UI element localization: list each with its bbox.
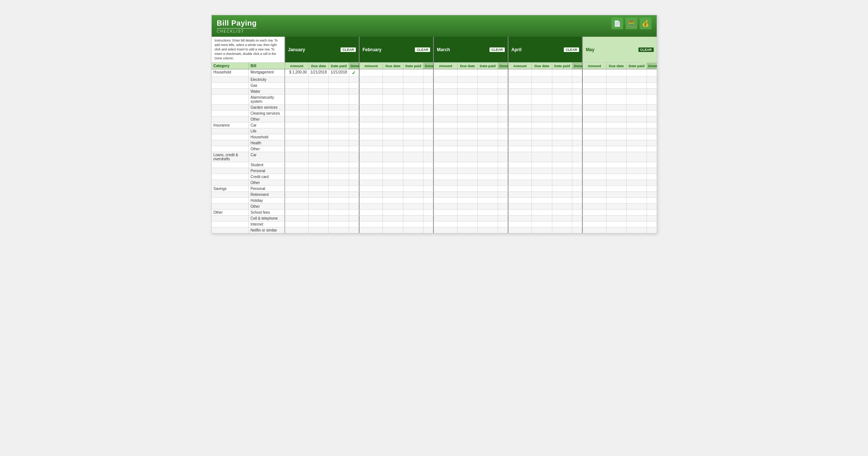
feb-done-cell[interactable] bbox=[423, 174, 433, 180]
mar-done-cell[interactable] bbox=[498, 186, 508, 191]
may-done-cell[interactable] bbox=[647, 162, 657, 168]
may-done-cell[interactable] bbox=[647, 69, 657, 76]
jan-due-cell[interactable] bbox=[309, 216, 329, 221]
apr-due-cell[interactable] bbox=[532, 146, 552, 152]
jan-amount-cell[interactable]: $ 1,200.00 bbox=[285, 69, 309, 76]
mar-due-cell[interactable] bbox=[458, 162, 478, 168]
jan-due-cell[interactable] bbox=[309, 146, 329, 152]
may-done-cell[interactable] bbox=[647, 140, 657, 146]
may-amount-cell[interactable] bbox=[583, 210, 607, 215]
jan-due-cell[interactable] bbox=[309, 134, 329, 140]
bill-cell[interactable]: Holiday bbox=[249, 198, 285, 203]
mar-paid-cell[interactable] bbox=[478, 146, 498, 152]
bill-cell[interactable]: Other bbox=[249, 180, 285, 186]
apr-paid-cell[interactable] bbox=[552, 198, 572, 203]
apr-done-cell[interactable] bbox=[572, 128, 582, 134]
category-cell[interactable] bbox=[212, 168, 249, 174]
apr-amount-cell[interactable] bbox=[508, 105, 532, 110]
clear-march-button[interactable]: CLEAR bbox=[490, 47, 505, 52]
jan-amount-cell[interactable] bbox=[285, 186, 309, 191]
may-amount-cell[interactable] bbox=[583, 128, 607, 134]
apr-paid-cell[interactable] bbox=[552, 69, 572, 76]
jan-done-cell[interactable] bbox=[349, 83, 359, 88]
jan-paid-cell[interactable] bbox=[329, 216, 349, 221]
may-amount-cell[interactable] bbox=[583, 204, 607, 209]
jan-done-cell[interactable] bbox=[349, 117, 359, 122]
mar-amount-cell[interactable] bbox=[434, 162, 458, 168]
jan-done-cell[interactable] bbox=[349, 162, 359, 168]
may-done-cell[interactable] bbox=[647, 89, 657, 94]
category-cell[interactable] bbox=[212, 134, 249, 140]
apr-amount-cell[interactable] bbox=[508, 180, 532, 186]
jan-paid-cell[interactable] bbox=[329, 134, 349, 140]
jan-amount-cell[interactable] bbox=[285, 216, 309, 221]
feb-amount-cell[interactable] bbox=[360, 89, 383, 94]
feb-done-cell[interactable] bbox=[423, 216, 433, 221]
mar-paid-cell[interactable] bbox=[478, 192, 498, 197]
may-paid-cell[interactable] bbox=[627, 146, 647, 152]
apr-amount-cell[interactable] bbox=[508, 128, 532, 134]
may-amount-cell[interactable] bbox=[583, 216, 607, 221]
jan-amount-cell[interactable] bbox=[285, 117, 309, 122]
jan-done-cell[interactable] bbox=[349, 95, 359, 104]
category-cell[interactable]: Insurance bbox=[212, 122, 249, 128]
feb-amount-cell[interactable] bbox=[360, 111, 383, 116]
mar-paid-cell[interactable] bbox=[478, 134, 498, 140]
mar-paid-cell[interactable] bbox=[478, 128, 498, 134]
mar-amount-cell[interactable] bbox=[434, 128, 458, 134]
jan-due-cell[interactable] bbox=[309, 210, 329, 215]
mar-amount-cell[interactable] bbox=[434, 89, 458, 94]
feb-due-cell[interactable] bbox=[383, 162, 403, 168]
may-paid-cell[interactable] bbox=[627, 111, 647, 116]
mar-done-cell[interactable] bbox=[498, 198, 508, 203]
feb-paid-cell[interactable] bbox=[403, 134, 423, 140]
category-cell[interactable]: Savings bbox=[212, 186, 249, 191]
feb-done-cell[interactable] bbox=[423, 77, 433, 82]
jan-amount-cell[interactable] bbox=[285, 77, 309, 82]
mar-amount-cell[interactable] bbox=[434, 69, 458, 76]
apr-amount-cell[interactable] bbox=[508, 152, 532, 162]
jan-done-cell[interactable] bbox=[349, 134, 359, 140]
jan-done-cell[interactable] bbox=[349, 174, 359, 180]
apr-done-cell[interactable] bbox=[572, 162, 582, 168]
jan-paid-cell[interactable] bbox=[329, 168, 349, 174]
may-due-cell[interactable] bbox=[607, 192, 627, 197]
jan-done-cell[interactable] bbox=[349, 146, 359, 152]
jan-done-cell[interactable] bbox=[349, 210, 359, 215]
feb-done-cell[interactable] bbox=[423, 95, 433, 104]
apr-done-cell[interactable] bbox=[572, 134, 582, 140]
feb-done-cell[interactable] bbox=[423, 122, 433, 128]
feb-paid-cell[interactable] bbox=[403, 174, 423, 180]
bill-cell[interactable]: Cell & telephone bbox=[249, 216, 285, 221]
feb-done-cell[interactable] bbox=[423, 89, 433, 94]
may-paid-cell[interactable] bbox=[627, 174, 647, 180]
mar-due-cell[interactable] bbox=[458, 152, 478, 162]
apr-due-cell[interactable] bbox=[532, 210, 552, 215]
feb-due-cell[interactable] bbox=[383, 128, 403, 134]
mar-amount-cell[interactable] bbox=[434, 77, 458, 82]
jan-due-cell[interactable] bbox=[309, 162, 329, 168]
bill-cell[interactable]: Credit card bbox=[249, 174, 285, 180]
jan-done-cell[interactable] bbox=[349, 122, 359, 128]
jan-due-cell[interactable] bbox=[309, 198, 329, 203]
mar-paid-cell[interactable] bbox=[478, 89, 498, 94]
feb-due-cell[interactable] bbox=[383, 105, 403, 110]
feb-paid-cell[interactable] bbox=[403, 95, 423, 104]
feb-done-cell[interactable] bbox=[423, 222, 433, 227]
apr-done-cell[interactable] bbox=[572, 152, 582, 162]
feb-due-cell[interactable] bbox=[383, 222, 403, 227]
apr-paid-cell[interactable] bbox=[552, 210, 572, 215]
apr-amount-cell[interactable] bbox=[508, 210, 532, 215]
feb-paid-cell[interactable] bbox=[403, 111, 423, 116]
may-due-cell[interactable] bbox=[607, 216, 627, 221]
category-cell[interactable] bbox=[212, 216, 249, 221]
apr-done-cell[interactable] bbox=[572, 146, 582, 152]
jan-due-cell[interactable] bbox=[309, 140, 329, 146]
apr-due-cell[interactable] bbox=[532, 140, 552, 146]
mar-done-cell[interactable] bbox=[498, 89, 508, 94]
may-due-cell[interactable] bbox=[607, 77, 627, 82]
apr-amount-cell[interactable] bbox=[508, 227, 532, 233]
may-amount-cell[interactable] bbox=[583, 168, 607, 174]
apr-amount-cell[interactable] bbox=[508, 192, 532, 197]
feb-due-cell[interactable] bbox=[383, 152, 403, 162]
